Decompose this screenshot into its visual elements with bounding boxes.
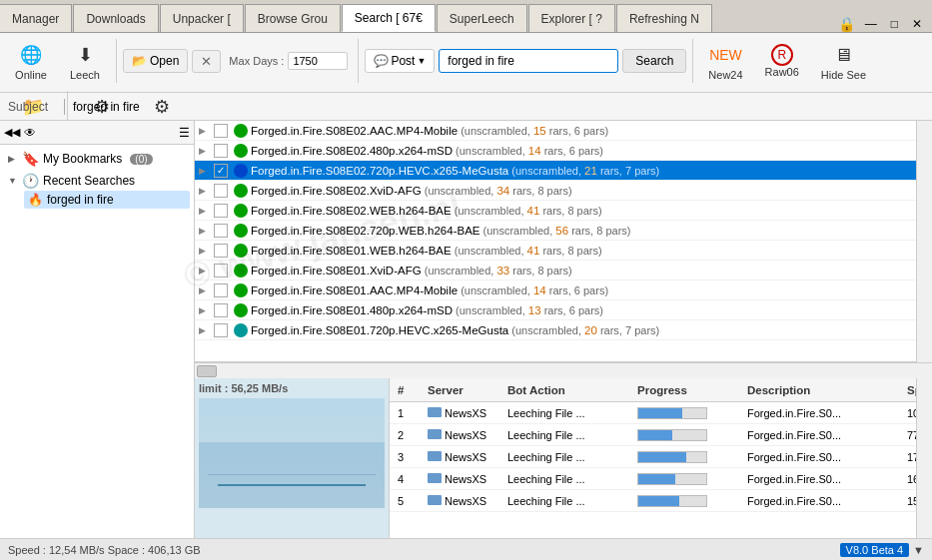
expand-icon: ▶ [199,266,211,276]
row-progress [633,473,743,485]
result-checkbox[interactable] [214,244,228,258]
result-status-icon [234,184,248,198]
collapse-icon[interactable]: ◀◀ [4,126,20,139]
result-checkbox[interactable] [214,124,228,138]
result-checkbox[interactable]: ✓ [214,164,228,178]
online-icon: 🌐 [17,41,45,69]
result-row[interactable]: ▶ Forged.in.Fire.S08E02.480p.x264-mSD (u… [195,141,916,161]
result-row[interactable]: ▶ Forged.in.Fire.S08E01.480p.x264-mSD (u… [195,300,916,320]
expand-icon: ▶ [199,186,211,196]
search-input[interactable] [439,49,618,73]
result-status-icon [234,224,248,238]
open-button[interactable]: 📂 Open [123,49,188,73]
result-checkbox[interactable] [214,323,228,337]
col-bot-action: Bot Action [503,384,633,396]
eye-icon[interactable]: 👁 [24,126,36,140]
menu-icon[interactable]: ☰ [179,126,190,140]
tab-manager[interactable]: Manager [0,4,72,32]
recent-searches-tree-item[interactable]: ▼ 🕐 Recent Searches [4,171,190,191]
recent-item-0[interactable]: 🔥 forged in fire [24,191,190,209]
recent-items: 🔥 forged in fire [4,191,190,209]
col-server: Server [424,384,503,396]
download-table: # Server Bot Action Progress Description… [390,378,916,538]
result-checkbox[interactable] [214,264,228,278]
result-row[interactable]: ▶ Forged.in.Fire.S08E02.AAC.MP4-Mobile (… [195,121,916,141]
main-area: ◀◀ 👁 ☰ ▶ 🔖 My Bookmarks (0) ▼ 🕐 Recent S… [0,121,932,538]
tab-explorer[interactable]: Explorer [ ? [528,4,615,32]
bottom-panel: limit : 56,25 MB/s # Server Bot Action P… [195,378,932,538]
minimize-btn[interactable]: — [861,17,881,31]
raw06-button[interactable]: R Raw06 [756,40,808,82]
maximize-btn[interactable]: □ [887,17,902,31]
expand-icon: ▶ [199,226,211,236]
right-panel: ▶ Forged.in.Fire.S08E02.AAC.MP4-Mobile (… [195,121,932,538]
result-row[interactable]: ▶ Forged.in.Fire.S08E02.WEB.h264-BAE (un… [195,201,916,221]
col-progress: Progress [633,384,743,396]
leech-button[interactable]: ⬇ Leech [60,37,110,85]
tab-unpacker[interactable]: Unpacker [ [160,4,244,32]
post-button[interactable]: 💬 Post ▼ [365,49,435,73]
row-speed: 1594,3... [903,495,916,507]
download-row[interactable]: 3 NewsXS Leeching File ... Forged.in.Fir… [390,446,916,468]
search-button[interactable]: Search [622,49,686,73]
subject-value: forged in fire [73,100,140,114]
result-filename: Forged.in.Fire.S08E02.WEB.h264-BAE (unsc… [251,205,912,217]
result-checkbox[interactable] [214,224,228,238]
result-checkbox[interactable] [214,283,228,297]
status-right: V8.0 Beta 4 ▼ [840,543,924,557]
tab-search[interactable]: Search [ 67€ [342,4,436,32]
clear-button[interactable]: ✕ [192,50,221,73]
download-row[interactable]: 1 NewsXS Leeching File ... Forged.in.Fir… [390,402,916,424]
new24-button[interactable]: NEW New24 [699,37,751,85]
result-row[interactable]: ▶ Forged.in.Fire.S08E01.AAC.MP4-Mobile (… [195,280,916,300]
row-speed: 1069,5... [903,407,916,419]
version-badge: V8.0 Beta 4 [840,543,910,557]
result-checkbox[interactable] [214,144,228,158]
max-days-input[interactable] [288,52,348,70]
post-icon: 💬 [374,54,389,68]
result-filename: Forged.in.Fire.S08E01.XviD-AFG (unscramb… [251,265,912,277]
result-row[interactable]: ▶ Forged.in.Fire.S08E02.720p.WEB.h264-BA… [195,221,916,241]
toolbar: 🌐 Online ⬇ Leech 📂 Open ✕ Max Days : 💬 P… [0,33,932,93]
subject-label: Subject [8,100,48,114]
result-status-icon [234,164,248,178]
download-rows: 1 NewsXS Leeching File ... Forged.in.Fir… [390,402,916,538]
row-server: NewsXS [424,429,503,441]
close-btn[interactable]: ✕ [908,17,926,31]
result-checkbox[interactable] [214,303,228,317]
result-row[interactable]: ▶ Forged.in.Fire.S08E01.XviD-AFG (unscra… [195,261,916,280]
open-icon: 📂 [132,54,147,68]
expand-icon: ▶ [199,325,211,335]
row-description: Forged.in.Fire.S0... [743,473,903,485]
online-button[interactable]: 🌐 Online [6,37,56,85]
download-row[interactable]: 4 NewsXS Leeching File ... Forged.in.Fir… [390,468,916,490]
results-scrollbar[interactable] [916,121,932,362]
tab-superleech[interactable]: SuperLeech [437,4,527,32]
tab-refreshing[interactable]: Refreshing N [616,4,712,32]
result-status-icon [234,144,248,158]
left-panel: ◀◀ 👁 ☰ ▶ 🔖 My Bookmarks (0) ▼ 🕐 Recent S… [0,121,195,538]
row-server: NewsXS [424,407,503,419]
bookmarks-tree-item[interactable]: ▶ 🔖 My Bookmarks (0) [4,149,190,169]
result-row[interactable]: ▶ Forged.in.Fire.S08E01.WEB.h264-BAE (un… [195,241,916,261]
result-filename: Forged.in.Fire.S08E01.AAC.MP4-Mobile (un… [251,284,912,296]
download-row[interactable]: 5 NewsXS Leeching File ... Forged.in.Fir… [390,490,916,512]
result-checkbox[interactable] [214,204,228,218]
h-scrollbar[interactable] [195,362,932,378]
result-checkbox[interactable] [214,184,228,198]
post-dropdown-icon: ▼ [417,56,426,66]
tab-downloads[interactable]: Downloads [73,4,158,32]
status-arrow-icon[interactable]: ▼ [913,544,924,556]
tab-browse[interactable]: Browse Grou [245,4,341,32]
row-bot-action: Leeching File ... [503,473,633,485]
hide-see-button[interactable]: 🖥 Hide See [812,37,875,85]
result-status-icon [234,124,248,138]
row-server: NewsXS [424,451,503,463]
download-scrollbar[interactable] [916,378,932,538]
result-row[interactable]: ▶ ✓ Forged.in.Fire.S08E02.720p.HEVC.x265… [195,161,916,181]
result-row[interactable]: ▶ Forged.in.Fire.S08E01.720p.HEVC.x265-M… [195,320,916,340]
row-bot-action: Leeching File ... [503,495,633,507]
download-row[interactable]: 2 NewsXS Leeching File ... Forged.in.Fir… [390,424,916,446]
sep1 [116,39,117,83]
result-row[interactable]: ▶ Forged.in.Fire.S08E02.XviD-AFG (unscra… [195,181,916,201]
